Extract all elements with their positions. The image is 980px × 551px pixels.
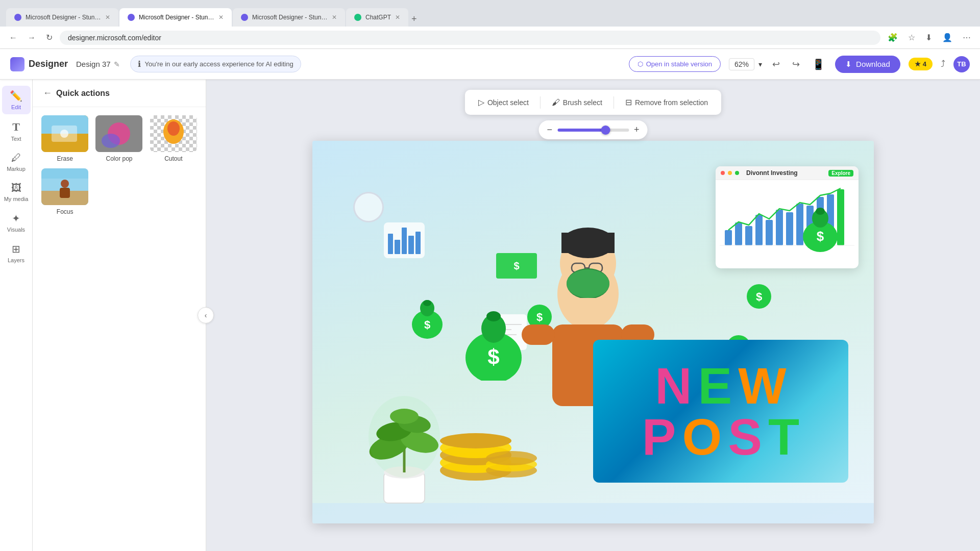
new-post-line2: P O S T: [642, 411, 799, 462]
sidebar-item-my-media[interactable]: 🖼 My media: [2, 178, 31, 206]
panel-collapse-toggle[interactable]: ‹: [198, 307, 214, 323]
mini-bar-5: [415, 232, 421, 254]
qa-label-erase: Erase: [57, 155, 72, 162]
app-toolbar: Designer Design 37 ✎ ℹ You're in our ear…: [0, 49, 980, 80]
tab-close-3[interactable]: ✕: [332, 14, 337, 21]
qa-item-color-pop[interactable]: Color pop: [95, 115, 143, 162]
object-select-button[interactable]: ▷ Object select: [471, 94, 536, 111]
letter-P: P: [642, 411, 676, 462]
svg-point-13: [61, 180, 69, 188]
address-bar[interactable]: [60, 31, 880, 45]
letter-W: W: [738, 360, 786, 411]
download-label: Download: [856, 60, 890, 68]
svg-point-6: [102, 134, 120, 148]
sidebar-item-markup[interactable]: 🖊 Markup: [2, 148, 31, 176]
svg-rect-38: [561, 233, 615, 253]
sidebar-item-visuals[interactable]: ✦ Visuals: [2, 208, 31, 237]
letter-T: T: [768, 411, 799, 462]
new-tab-button[interactable]: +: [409, 12, 419, 27]
tab-favicon-2: [128, 14, 135, 21]
undo-button[interactable]: ↩: [770, 57, 782, 72]
brush-size-increase-button[interactable]: +: [634, 124, 640, 135]
avatar-initials: TB: [957, 60, 966, 68]
panel: ← Quick actions: [33, 80, 206, 551]
tab-label-3: Microsoft Designer - Stunning: [252, 14, 328, 21]
phone-preview-button[interactable]: 📱: [810, 56, 827, 72]
brush-select-icon: 🖌: [552, 98, 560, 107]
brush-size-slider[interactable]: [557, 129, 629, 132]
extensions-button[interactable]: 🧩: [885, 31, 901, 44]
svg-rect-14: [60, 188, 70, 198]
sidebar-item-edit[interactable]: ✏️ Edit: [2, 86, 31, 114]
browser-tab-2[interactable]: Microsoft Designer - Stunning ✕: [119, 8, 232, 27]
visuals-icon: ✦: [12, 212, 20, 224]
qa-thumb-erase: [41, 115, 88, 152]
sidebar-item-text[interactable]: T Text: [2, 116, 31, 146]
tab-favicon-3: [241, 14, 248, 21]
layers-icon: ⊞: [12, 243, 20, 255]
investing-window-title: Divonnt Investing: [746, 169, 798, 177]
new-post-sign: N E W P O S T: [593, 340, 848, 483]
download-button[interactable]: ⬇ Download: [835, 56, 900, 73]
share-button[interactable]: ⤴: [941, 59, 945, 69]
remove-selection-icon: ⊟: [625, 97, 632, 107]
qa-thumb-cutout: [150, 115, 197, 152]
svg-rect-67: [745, 226, 752, 245]
browser-tabs: Microsoft Designer - Stunning ✕ Microsof…: [6, 0, 974, 27]
open-stable-button[interactable]: ⬡ Open in stable version: [629, 56, 721, 72]
svg-rect-45: [522, 324, 555, 345]
svg-text:$: $: [756, 290, 762, 303]
sidebar-item-label-my-media: My media: [4, 196, 29, 202]
browser-tab-1[interactable]: Microsoft Designer - Stunning ✕: [6, 8, 118, 27]
star-icon: ★: [915, 60, 921, 68]
settings-button[interactable]: ⋯: [960, 31, 974, 44]
remove-from-selection-label: Remove from selection: [635, 98, 708, 107]
qa-label-focus: Focus: [57, 208, 74, 215]
dollar-sign-3: $: [746, 284, 772, 311]
zoom-level-display[interactable]: 62%: [729, 58, 754, 70]
brush-select-button[interactable]: 🖌 Brush select: [545, 94, 609, 111]
design-name-edit-icon[interactable]: ✎: [114, 60, 122, 68]
favorites-button[interactable]: ☆: [905, 31, 918, 44]
zoom-dropdown-icon[interactable]: ▾: [758, 60, 762, 68]
tab-close-1[interactable]: ✕: [105, 14, 110, 21]
browser-chrome: Microsoft Designer - Stunning ✕ Microsof…: [0, 0, 980, 27]
profile-button[interactable]: 👤: [939, 31, 955, 44]
new-post-line1: N E W: [655, 360, 786, 411]
qa-item-focus[interactable]: Focus: [41, 168, 89, 215]
downloads-button[interactable]: ⬇: [922, 31, 935, 44]
svg-point-43: [567, 269, 609, 298]
svg-point-56: [369, 396, 440, 478]
brush-size-decrease-button[interactable]: −: [547, 124, 552, 135]
user-avatar[interactable]: TB: [953, 56, 970, 72]
redo-button[interactable]: ↪: [790, 57, 802, 72]
open-stable-label: Open in stable version: [646, 60, 712, 68]
svg-point-9: [167, 121, 180, 136]
designer-logo: Designer: [10, 57, 68, 71]
letter-E: E: [698, 360, 732, 411]
browser-tab-3[interactable]: Microsoft Designer - Stunning ✕: [233, 8, 345, 27]
banner-info-icon: ℹ: [138, 59, 141, 69]
canvas-area: ▷ Object select 🖌 Brush select ⊟ Remove …: [206, 80, 980, 551]
tab-close-2[interactable]: ✕: [218, 14, 224, 21]
svg-text:$: $: [424, 318, 430, 331]
design-name-label[interactable]: Design 37: [76, 60, 111, 68]
sidebar-item-label-edit: Edit: [11, 104, 21, 110]
qa-item-erase[interactable]: Erase: [41, 115, 89, 162]
window-dot-min: [728, 171, 732, 175]
back-button[interactable]: ←: [6, 31, 20, 44]
main-area: ✏️ Edit T Text 🖊 Markup 🖼 My media ✦ Vis…: [0, 80, 980, 551]
brush-slider-bar: − +: [538, 120, 647, 139]
forward-button[interactable]: →: [24, 31, 39, 44]
panel-back-button[interactable]: ←: [43, 88, 52, 98]
reload-button[interactable]: ↻: [43, 31, 56, 44]
canvas-background: $ $: [312, 141, 874, 523]
mini-bar-4: [408, 236, 413, 254]
tab-close-4[interactable]: ✕: [395, 14, 400, 21]
sidebar-item-layers[interactable]: ⊞ Layers: [2, 239, 31, 267]
brush-select-label: Brush select: [563, 98, 602, 107]
qa-item-cutout[interactable]: Cutout: [150, 115, 198, 162]
svg-rect-70: [776, 210, 783, 245]
browser-tab-4[interactable]: ChatGPT ✕: [346, 8, 408, 27]
remove-from-selection-button[interactable]: ⊟ Remove from selection: [618, 94, 715, 111]
